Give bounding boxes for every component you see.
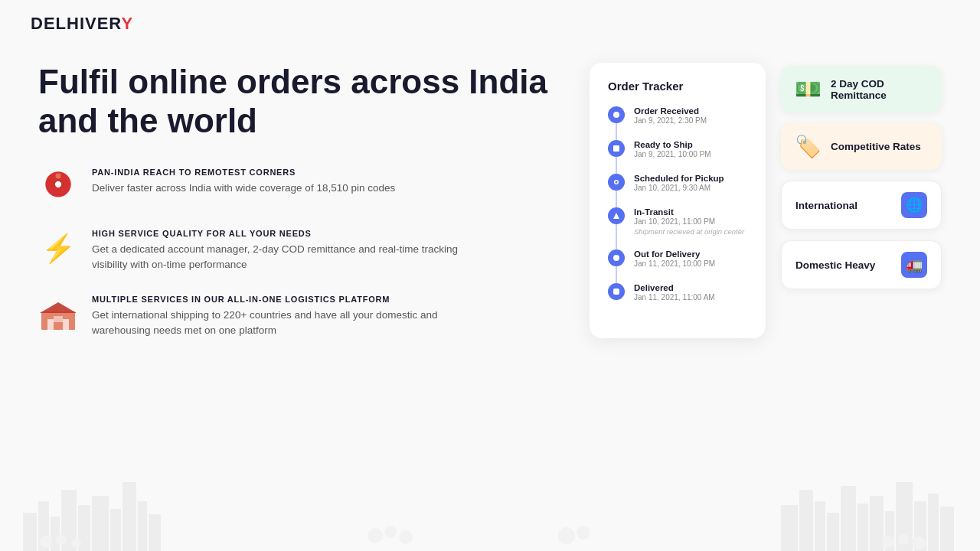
svg-rect-42 — [928, 494, 939, 551]
svg-point-47 — [882, 536, 894, 548]
svg-rect-23 — [110, 509, 121, 551]
svg-rect-43 — [940, 507, 954, 551]
svg-point-15 — [613, 255, 619, 261]
tracker-step-2: Ready to Ship Jan 9, 2021, 10:00 PM — [608, 140, 747, 174]
svg-rect-37 — [858, 504, 868, 551]
pin-icon — [38, 168, 78, 207]
svg-point-46 — [72, 539, 81, 548]
feature-pan-india-title: PAN-INDIA REACH TO REMOTEST CORNERS — [92, 168, 395, 177]
step-connector-4 — [616, 224, 617, 249]
step-info-3: Scheduled for Pickup Jan 10, 2021, 9:30 … — [634, 174, 724, 207]
step-connector-1 — [616, 123, 617, 140]
step-line-col-4 — [608, 207, 625, 249]
competitive-rates-card: 🏷️ Competitive Rates — [781, 123, 942, 170]
step-line-col-2 — [608, 140, 625, 174]
step-info-1: Order Received Jan 9, 2021, 2:30 PM — [634, 106, 707, 140]
order-tracker-card: Order Tracker Order Received Jan 9, 2021… — [590, 63, 766, 338]
tracker-title: Order Tracker — [608, 80, 747, 93]
skyline-decoration — [0, 459, 980, 551]
svg-point-2 — [55, 181, 61, 187]
competitive-rates-icon: 🏷️ — [795, 134, 822, 159]
svg-rect-38 — [870, 496, 884, 551]
step-name-2: Ready to Ship — [634, 140, 711, 149]
step-dot-5 — [608, 249, 625, 266]
globe-icon: 🌐 — [901, 192, 927, 218]
step-line-col-1 — [608, 106, 625, 140]
feature-list: PAN-INDIA REACH TO REMOTEST CORNERS Deli… — [38, 168, 559, 338]
feature-multiple-services-title: MULTIPLE SERVICES IN OUR ALL-IN-ONE LOGI… — [92, 295, 459, 304]
feature-service-quality: ⚡ HIGH SERVICE QUALITY FOR ALL YOUR NEED… — [38, 229, 559, 273]
feature-cards: 💵 2 Day COD Remittance 🏷️ Competitive Ra… — [781, 63, 942, 338]
feature-service-quality-text: HIGH SERVICE QUALITY FOR ALL YOUR NEEDS … — [92, 229, 459, 273]
feature-service-quality-title: HIGH SERVICE QUALITY FOR ALL YOUR NEEDS — [92, 229, 459, 238]
step-dot-4 — [608, 207, 625, 224]
step-name-3: Scheduled for Pickup — [634, 174, 724, 183]
svg-marker-14 — [613, 213, 619, 219]
svg-rect-11 — [613, 145, 619, 152]
hero-title: Fulfil online orders across India and th… — [38, 63, 559, 140]
feature-pan-india-desc: Deliver faster across India with wide co… — [92, 181, 395, 196]
step-date-5: Jan 11, 2021, 10:00 PM — [634, 259, 715, 268]
svg-rect-8 — [63, 319, 69, 330]
international-label: International — [795, 200, 892, 211]
step-date-4: Jan 10, 2021, 11:00 PM — [634, 217, 744, 226]
step-name-1: Order Received — [634, 106, 707, 116]
step-date-2: Jan 9, 2021, 10:00 PM — [634, 150, 711, 158]
svg-rect-22 — [92, 496, 109, 551]
svg-marker-6 — [40, 302, 77, 313]
left-column: Fulfil online orders across India and th… — [38, 55, 559, 338]
svg-rect-32 — [781, 505, 798, 551]
svg-point-49 — [912, 536, 926, 550]
step-connector-2 — [616, 157, 617, 174]
international-card: International 🌐 — [781, 181, 942, 230]
step-connector-3 — [616, 191, 617, 207]
step-name-5: Out for Delivery — [634, 249, 715, 259]
svg-rect-25 — [138, 501, 147, 551]
tracker-step-6: Delivered Jan 11, 2021, 11:00 AM — [608, 283, 747, 315]
step-line-col-6 — [608, 283, 625, 315]
step-date-1: Jan 9, 2021, 2:30 PM — [634, 116, 707, 125]
truck-icon: 🚛 — [901, 252, 927, 278]
svg-point-31 — [577, 526, 590, 540]
svg-rect-35 — [827, 513, 839, 551]
step-dot-2 — [608, 140, 625, 157]
feature-service-quality-desc: Get a dedicated account manager, 2-day C… — [92, 242, 459, 273]
step-dot-1 — [608, 106, 625, 123]
cod-remittance-card: 💵 2 Day COD Remittance — [781, 66, 942, 112]
step-name-4: In-Transit — [634, 207, 744, 217]
domestic-heavy-card: Domestic Heavy 🚛 — [781, 240, 942, 289]
svg-rect-7 — [47, 319, 54, 330]
svg-point-48 — [898, 534, 909, 545]
svg-point-30 — [558, 527, 575, 544]
svg-point-45 — [56, 534, 67, 545]
svg-point-29 — [399, 530, 413, 544]
right-column: Order Tracker Order Received Jan 9, 2021… — [590, 55, 942, 338]
svg-rect-17 — [23, 513, 37, 551]
svg-rect-34 — [815, 501, 825, 551]
step-line-col-3 — [608, 174, 625, 207]
step-name-6: Delivered — [634, 283, 715, 292]
svg-rect-33 — [799, 490, 813, 551]
logo: DELHIVERY — [31, 14, 949, 34]
feature-multiple-services: MULTIPLE SERVICES IN OUR ALL-IN-ONE LOGI… — [38, 295, 559, 339]
svg-point-28 — [384, 526, 397, 538]
tracker-step-3: Scheduled for Pickup Jan 10, 2021, 9:30 … — [608, 174, 747, 207]
cod-remittance-label: 2 Day COD Remittance — [831, 78, 928, 101]
svg-point-10 — [613, 112, 619, 118]
step-line-col-5 — [608, 249, 625, 283]
step-info-6: Delivered Jan 11, 2021, 11:00 AM — [634, 283, 715, 315]
feature-multiple-services-desc: Get international shipping to 220+ count… — [92, 308, 459, 339]
svg-point-44 — [40, 536, 52, 548]
header: DELHIVERY — [0, 0, 980, 47]
svg-point-13 — [616, 181, 618, 184]
svg-rect-4 — [56, 174, 61, 179]
feature-pan-india: PAN-INDIA REACH TO REMOTEST CORNERS Deli… — [38, 168, 559, 207]
main-content: Fulfil online orders across India and th… — [0, 47, 980, 338]
svg-rect-36 — [841, 486, 856, 551]
tracker-step-1: Order Received Jan 9, 2021, 2:30 PM — [608, 106, 747, 140]
logo-text: DELHIVER — [31, 14, 121, 33]
step-connector-5 — [616, 266, 617, 283]
svg-rect-9 — [54, 316, 63, 322]
tracker-step-5: Out for Delivery Jan 11, 2021, 10:00 PM — [608, 249, 747, 283]
feature-multiple-services-text: MULTIPLE SERVICES IN OUR ALL-IN-ONE LOGI… — [92, 295, 459, 339]
